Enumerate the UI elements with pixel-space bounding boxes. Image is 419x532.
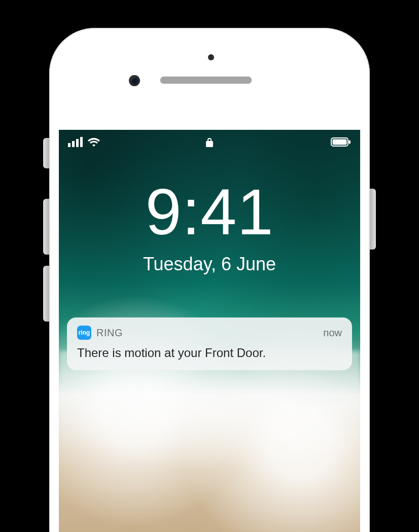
- earpiece-speaker: [160, 77, 252, 84]
- proximity-sensor: [208, 54, 214, 60]
- notification-app-name: RING: [96, 327, 123, 339]
- status-bar: [59, 134, 360, 154]
- lock-screen[interactable]: 9:41 Tuesday, 6 June ring RING now There…: [59, 130, 360, 532]
- power-button: [370, 189, 376, 250]
- cellular-signal-icon: [68, 137, 83, 147]
- notification-time: now: [323, 327, 342, 339]
- notification-card[interactable]: ring RING now There is motion at your Fr…: [67, 317, 352, 370]
- front-camera: [129, 75, 140, 86]
- svg-rect-1: [349, 140, 351, 144]
- ring-app-icon-text: ring: [79, 329, 90, 336]
- wifi-icon: [88, 137, 100, 147]
- lockscreen-clock: 9:41 Tuesday, 6 June: [59, 180, 360, 275]
- notification-message: There is motion at your Front Door.: [77, 346, 342, 360]
- svg-rect-2: [333, 139, 347, 145]
- volume-down-button: [43, 266, 49, 322]
- mute-switch: [43, 138, 49, 168]
- battery-icon: [331, 137, 351, 147]
- notification-message-text: There is motion at your Front Door.: [77, 346, 266, 360]
- lockscreen-time: 9:41: [59, 180, 360, 244]
- volume-up-button: [43, 199, 49, 255]
- lock-icon: [205, 137, 214, 148]
- notification-header: ring RING now: [77, 326, 342, 340]
- ring-app-icon: ring: [77, 326, 91, 340]
- lockscreen-date: Tuesday, 6 June: [59, 254, 360, 275]
